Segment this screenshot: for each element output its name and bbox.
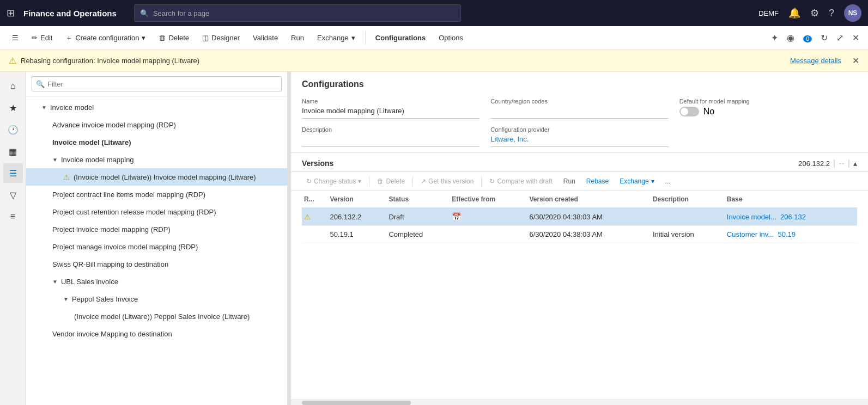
tree-item[interactable]: ▼Invoice model (26, 99, 287, 116)
exchange-button[interactable]: Exchange ▾ (312, 32, 361, 44)
sidebar-list-button[interactable]: ☰ (3, 163, 23, 183)
table-row[interactable]: 50.19.1Completed6/30/2020 04:38:03 AMIni… (302, 226, 857, 243)
cell-version: 206.132.2 (327, 208, 386, 226)
col-r: R... (302, 191, 327, 208)
sidebar-home-button[interactable]: ⌂ (3, 76, 23, 96)
fullscreen-icon[interactable]: ⤢ (834, 30, 846, 45)
help-icon[interactable]: ? (829, 8, 834, 19)
delete-button[interactable]: 🗑 Delete (153, 32, 195, 44)
create-config-button[interactable]: ＋ Create configuration ▾ (60, 31, 151, 45)
cell-version-created: 6/30/2020 04:38:03 AM (527, 226, 650, 243)
designer-button[interactable]: ◫ Designer (197, 32, 245, 44)
sidebar-filter-button[interactable]: ▽ (3, 185, 23, 205)
warning-close-button[interactable]: ✕ (852, 56, 859, 66)
chevron-icon: ▼ (63, 296, 69, 302)
tree-item-label: UBL Sales invoice (61, 278, 118, 286)
tree-item[interactable]: ⚠(Invoice model (Litware)) Invoice model… (26, 168, 287, 186)
get-version-button[interactable]: ↗ Get this version (416, 175, 478, 187)
configurations-button[interactable]: Configurations (370, 32, 431, 44)
sidebar-report-button[interactable]: ≡ (3, 207, 23, 226)
cell-r (302, 226, 327, 243)
cell-r: ⚠ (302, 208, 327, 226)
versions-up-arrow[interactable]: ▴ (853, 159, 857, 168)
search-bar[interactable]: 🔍 Search for a page (134, 4, 461, 22)
tree-item[interactable]: Vendor invoice Mapping to destination (26, 325, 287, 342)
designer-icon: ◫ (202, 34, 209, 42)
tree-item-label: Peppol Sales Invoice (72, 295, 138, 303)
base-link[interactable]: Customer inv... (727, 230, 774, 238)
tree-item[interactable]: Invoice model (Litware) (26, 133, 287, 151)
avatar[interactable]: NS (844, 4, 861, 22)
toggle-label: No (703, 107, 714, 116)
tree-item[interactable]: Project invoice model mapping (RDP) (26, 220, 287, 238)
tree-item[interactable]: Advance invoice model mapping (RDP) (26, 116, 287, 133)
col-base: Base (725, 191, 857, 208)
badge-icon[interactable]: 0 (801, 31, 814, 45)
chevron-icon: ▼ (52, 279, 58, 285)
filter-input[interactable] (32, 76, 282, 91)
message-details-link[interactable]: Message details (790, 57, 841, 65)
tree-content: ▼Invoice modelAdvance invoice model mapp… (26, 96, 287, 405)
change-status-button[interactable]: ↻ Change status ▾ (302, 175, 366, 187)
more-button[interactable]: ... (661, 175, 675, 187)
versions-header: Versions 206.132.2 | -- | ▴ (291, 153, 868, 172)
col-version: Version (327, 191, 386, 208)
tree-item-label: Invoice model (Litware) (52, 138, 131, 146)
compare-draft-button[interactable]: ↻ Compare with draft (485, 175, 556, 187)
tree-item[interactable]: ▼Peppol Sales Invoice (26, 290, 287, 308)
hamburger-button[interactable]: ☰ (7, 32, 24, 44)
validate-button[interactable]: Validate (247, 32, 283, 44)
versions-nav: 206.132.2 | -- | ▴ (798, 158, 857, 168)
tree-item[interactable]: ▼Invoice model mapping (26, 151, 287, 168)
tree-item[interactable]: Swiss QR-Bill mapping to destination (26, 255, 287, 273)
exchange-chevron-small: ▾ (651, 177, 654, 185)
col-created: Version created (527, 191, 650, 208)
options-button[interactable]: Options (433, 32, 469, 44)
tree-item-label: Swiss QR-Bill mapping to destination (52, 260, 168, 268)
versions-exchange-button[interactable]: Exchange ▾ (615, 175, 658, 187)
sidebar-recent-button[interactable]: 🕐 (3, 120, 23, 139)
tree-item-label: (Invoice model (Litware)) Invoice model … (74, 173, 256, 181)
versions-run-button[interactable]: Run (559, 175, 580, 187)
calendar-icon[interactable]: 📅 (452, 212, 461, 221)
horizontal-scrollbar[interactable] (291, 400, 868, 405)
refresh-icon[interactable]: ↻ (818, 30, 830, 45)
default-toggle[interactable] (679, 107, 699, 116)
versions-delete-button[interactable]: 🗑 Delete (373, 175, 409, 187)
base-link[interactable]: Invoice model... (727, 213, 776, 221)
bell-icon[interactable]: 🔔 (788, 7, 800, 19)
cell-version-created: 6/30/2020 04:38:03 AM (527, 208, 650, 226)
versions-table: R... Version Status Effective from Versi… (302, 191, 857, 243)
tree-item[interactable]: Project cust retention release model map… (26, 203, 287, 220)
rebase-button[interactable]: Rebase (582, 175, 613, 187)
provider-value[interactable]: Litware, Inc. (490, 135, 668, 147)
warning-icon: ⚠ (9, 56, 16, 66)
sidebar-table-button[interactable]: ▦ (3, 142, 23, 161)
sidebar-star-button[interactable]: ★ (3, 98, 23, 118)
name-field: Name Invoice model mapping (Litware) (302, 98, 479, 119)
edit-button[interactable]: ✏ Edit (26, 32, 58, 44)
tree-item[interactable]: Project manage invoice model mapping (RD… (26, 238, 287, 255)
toggle-wrap: No (679, 107, 857, 116)
grid-icon[interactable]: ⊞ (7, 7, 15, 19)
base-link2[interactable]: 50.19 (778, 230, 796, 238)
run-button[interactable]: Run (286, 32, 309, 44)
gear-icon[interactable]: ⚙ (810, 7, 819, 19)
tree-item[interactable]: (Invoice model (Litware)) Peppol Sales I… (26, 308, 287, 325)
scrollbar-thumb (302, 401, 411, 405)
bookmark-icon[interactable]: ◉ (785, 30, 797, 45)
tree-filter-area: 🔍 (26, 72, 287, 96)
base-link2[interactable]: 206.132 (780, 213, 806, 221)
tenant-label: DEMF (758, 9, 779, 17)
actionbar: ☰ ✏ Edit ＋ Create configuration ▾ 🗑 Dele… (0, 26, 868, 50)
pin-icon[interactable]: ✦ (769, 30, 780, 45)
close-icon[interactable]: ✕ (850, 30, 861, 45)
tree-item-label: (Invoice model (Litware)) Peppol Sales I… (74, 312, 250, 321)
table-row[interactable]: ⚠206.132.2Draft📅6/30/2020 04:38:03 AMInv… (302, 208, 857, 226)
detail-panel: Configurations Name Invoice model mappin… (291, 72, 868, 405)
tree-item[interactable]: Project contract line items model mappin… (26, 186, 287, 203)
tree-item[interactable]: ▼UBL Sales invoice (26, 273, 287, 290)
cell-status: Completed (386, 226, 450, 243)
col-status: Status (386, 191, 450, 208)
versions-section: Versions 206.132.2 | -- | ▴ ↻ Change sta… (291, 153, 868, 405)
